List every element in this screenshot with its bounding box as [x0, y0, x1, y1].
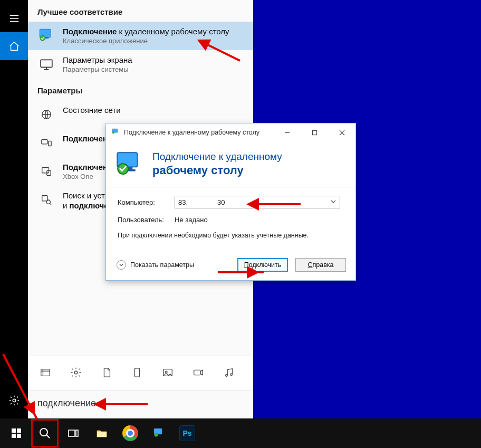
- home-button[interactable]: [0, 32, 28, 60]
- connect-button[interactable]: Подключить: [237, 258, 288, 272]
- svg-rect-7: [49, 141, 52, 146]
- user-label: Пользователь:: [118, 216, 168, 224]
- svg-point-18: [226, 375, 228, 377]
- svg-point-36: [155, 433, 158, 437]
- show-options-toggle[interactable]: Показать параметры: [117, 260, 194, 270]
- svg-rect-34: [97, 432, 107, 437]
- credentials-hint: При подключении необходимо будет указать…: [118, 231, 344, 240]
- filter-music-icon[interactable]: [217, 360, 241, 385]
- svg-rect-32: [69, 430, 75, 436]
- filter-photos-icon[interactable]: [156, 360, 180, 385]
- computer-combobox[interactable]: 83. 30: [175, 196, 340, 208]
- rdp-title-icon: [111, 128, 120, 138]
- parameters-header: Параметры: [28, 79, 253, 100]
- svg-rect-14: [134, 368, 139, 377]
- svg-point-21: [112, 131, 114, 134]
- monitor-icon: [37, 55, 55, 73]
- svg-point-11: [46, 200, 50, 204]
- minimize-button[interactable]: [275, 125, 299, 140]
- globe-icon: [37, 106, 55, 123]
- result-subtitle: Классическое приложение: [63, 37, 229, 45]
- result-title: Параметры экрана: [63, 55, 132, 64]
- result-subtitle: Параметры системы: [63, 65, 132, 73]
- svg-point-31: [40, 428, 47, 436]
- taskbar-search-button[interactable]: [31, 418, 59, 448]
- rdp-window: Подключение к удаленному рабочему столу …: [105, 123, 356, 281]
- search-settings-icon: [37, 191, 55, 209]
- user-value: Не задано: [175, 216, 208, 224]
- rdp-task-button[interactable]: [145, 418, 173, 448]
- photoshop-button[interactable]: Ps: [173, 418, 201, 448]
- start-rail: [0, 0, 28, 418]
- file-explorer-button[interactable]: [88, 418, 116, 448]
- devices-icon: [37, 134, 55, 152]
- filter-videos-icon[interactable]: [186, 360, 210, 385]
- svg-rect-30: [17, 434, 21, 438]
- filter-documents-icon[interactable]: [94, 360, 119, 385]
- svg-rect-12: [41, 369, 50, 376]
- maximize-button[interactable]: [303, 125, 326, 140]
- svg-point-3: [40, 35, 45, 41]
- chrome-button[interactable]: [116, 418, 145, 448]
- svg-point-19: [230, 374, 233, 376]
- svg-rect-10: [42, 196, 47, 201]
- task-view-button[interactable]: [59, 418, 88, 448]
- filter-apps-icon[interactable]: [33, 360, 57, 385]
- filter-strip: [28, 356, 253, 390]
- svg-point-13: [74, 371, 78, 374]
- rdp-title-text: Подключение к удаленному рабочему столу: [124, 129, 271, 136]
- best-match-header: Лучшее соответствие: [28, 0, 253, 22]
- chevron-down-icon: [117, 260, 126, 270]
- search-input[interactable]: подключение: [28, 390, 253, 418]
- rdp-titlebar[interactable]: Подключение к удаленному рабочему столу: [106, 123, 355, 141]
- rdp-banner: Подключение к удаленному рабочему столу: [106, 141, 355, 187]
- svg-rect-29: [12, 434, 16, 438]
- svg-rect-27: [12, 428, 16, 433]
- result-rdp-app[interactable]: Подключение к удаленному рабочему столу …: [28, 22, 253, 50]
- hamburger-button[interactable]: [0, 4, 28, 32]
- svg-rect-22: [312, 130, 316, 135]
- result-title: Состояние сети: [63, 106, 121, 115]
- taskbar: Ps: [0, 418, 481, 448]
- rdp-banner-text: Подключение к удаленному рабочему столу: [152, 150, 282, 177]
- computer-label: Компьютер:: [118, 198, 168, 206]
- filter-folders-icon[interactable]: [125, 360, 149, 385]
- chevron-down-icon: [330, 198, 336, 206]
- svg-rect-4: [41, 60, 52, 67]
- filter-settings-icon[interactable]: [64, 360, 88, 385]
- help-button[interactable]: Справка: [295, 258, 346, 272]
- svg-point-0: [13, 399, 16, 402]
- rdp-app-icon: [37, 27, 55, 45]
- rdp-banner-icon: [113, 149, 144, 179]
- settings-button[interactable]: [0, 386, 28, 414]
- result-title: Подключение к удаленному рабочему столу: [63, 27, 229, 36]
- svg-rect-17: [194, 370, 200, 375]
- svg-rect-28: [17, 428, 21, 433]
- cast-icon: [37, 163, 55, 180]
- start-button[interactable]: [2, 418, 31, 448]
- svg-rect-6: [42, 140, 47, 144]
- result-display-settings[interactable]: Параметры экрана Параметры системы: [28, 50, 253, 79]
- close-button[interactable]: [330, 125, 353, 140]
- svg-rect-33: [76, 430, 78, 436]
